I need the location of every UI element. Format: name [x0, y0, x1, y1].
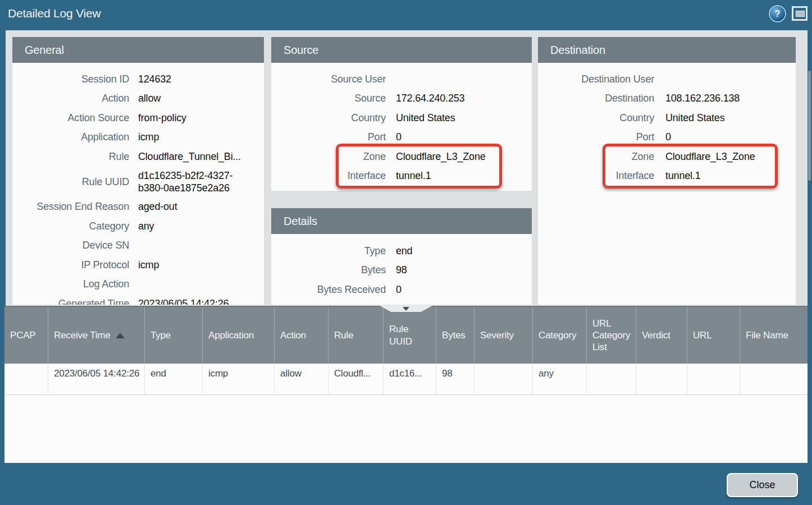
field-label: IP Protocol — [12, 259, 129, 271]
field-source-user: Source User — [271, 70, 532, 89]
field-value: end — [396, 245, 412, 257]
column-header-action[interactable]: Action — [274, 307, 328, 364]
field-label: Rule — [12, 151, 129, 163]
column-label: File Name — [746, 329, 788, 341]
field-value: icmp — [138, 259, 159, 271]
dialog-titlebar: Detailed Log View ? — [0, 0, 812, 27]
field-action-source: Action Sourcefrom-policy — [12, 108, 264, 128]
titlebar-icons: ? — [770, 0, 808, 27]
column-header-type[interactable]: Type — [144, 307, 202, 364]
field-label: Interface — [271, 170, 386, 182]
field-label: Rule UUID — [12, 176, 129, 188]
field-label: Port — [271, 131, 386, 143]
field-port: Port0 — [538, 128, 796, 148]
scrollbar-thumb[interactable] — [808, 71, 811, 181]
field-source: Source172.64.240.253 — [271, 89, 532, 109]
vertical-scrollbar[interactable] — [803, 63, 812, 336]
column-label: URL — [693, 329, 711, 341]
column-header-bytes[interactable]: Bytes — [436, 307, 474, 364]
field-destination-user: Destination User — [538, 70, 796, 89]
field-country: CountryUnited States — [538, 108, 796, 128]
cell-receive-time: 2023/06/05 14:42:26 — [48, 364, 144, 394]
field-label: Source — [271, 93, 386, 104]
field-country: CountryUnited States — [271, 108, 532, 128]
help-icon[interactable]: ? — [770, 6, 785, 21]
field-value: 98 — [396, 264, 407, 276]
field-label: Zone — [271, 151, 386, 163]
cell-rule-uuid: d1c16... — [383, 364, 436, 394]
column-header-category[interactable]: Category — [532, 307, 586, 364]
maximize-icon[interactable] — [792, 6, 808, 21]
column-header-rule-uuid[interactable]: Rule UUID — [383, 307, 436, 364]
field-label: Device SN — [12, 240, 129, 251]
field-label: Generated Time — [12, 298, 129, 305]
field-value: 0 — [396, 284, 402, 296]
sort-ascending-icon — [116, 333, 125, 338]
field-label: Category — [12, 221, 129, 232]
field-value: Cloudflare_Tunnel_Bi... — [138, 151, 241, 163]
destination-panel: Destination Destination User Destination… — [538, 37, 796, 305]
column-label: Rule — [334, 329, 353, 341]
field-value: any — [138, 221, 154, 232]
field-value: 0 — [396, 131, 402, 143]
column-label: Action — [280, 329, 306, 341]
field-type: Typeend — [271, 241, 532, 261]
column-header-url[interactable]: URL — [687, 307, 740, 364]
column-header-file-name[interactable]: File Name — [740, 307, 808, 364]
cell-severity — [474, 364, 532, 394]
field-category: Categoryany — [12, 217, 264, 236]
field-value: 172.64.240.253 — [396, 93, 464, 104]
field-value: 0 — [665, 131, 671, 143]
field-interface: Interfacetunnel.1 — [538, 167, 796, 186]
cell-pcap — [4, 364, 48, 394]
column-header-rule[interactable]: Rule — [328, 307, 383, 364]
column-header-receive-time[interactable]: Receive Time — [48, 307, 144, 364]
field-label: Destination — [538, 93, 654, 104]
column-header-url-category-list[interactable]: URL Category List — [586, 307, 636, 364]
field-label: Action Source — [12, 112, 129, 124]
field-rule-uuid: Rule UUIDd1c16235-b2f2-4327-b380-0ae1875… — [12, 167, 264, 198]
cell-application: icmp — [202, 364, 274, 394]
field-label: Session ID — [12, 74, 129, 85]
field-log-action: Log Action — [12, 275, 264, 295]
cell-file-name — [740, 364, 808, 394]
column-header-verdict[interactable]: Verdict — [636, 307, 687, 364]
field-value: United States — [665, 112, 724, 124]
general-panel: General Session ID124632 Actionallow Act… — [12, 37, 264, 305]
column-label: Category — [539, 329, 576, 341]
destination-panel-header: Destination — [538, 37, 796, 63]
log-table-row[interactable]: 2023/06/05 14:42:26 end icmp allow Cloud… — [4, 364, 808, 395]
field-value: 108.162.236.138 — [665, 93, 740, 104]
cell-url-category-list — [586, 364, 636, 394]
field-value: 2023/06/05 14:42:26 — [138, 298, 229, 305]
field-destination: Destination108.162.236.138 — [538, 89, 796, 109]
field-label: Bytes — [271, 264, 386, 276]
field-label: Country — [271, 112, 386, 124]
field-generated-time: Generated Time2023/06/05 14:42:26 — [12, 294, 264, 305]
field-application: Applicationicmp — [12, 128, 264, 148]
field-session-id: Session ID124632 — [12, 70, 264, 89]
field-session-end-reason: Session End Reasonaged-out — [12, 198, 264, 217]
cell-type: end — [144, 364, 202, 394]
column-header-severity[interactable]: Severity — [474, 307, 532, 364]
column-label: Type — [150, 329, 171, 341]
column-header-application[interactable]: Application — [202, 307, 274, 364]
field-port: Port0 — [271, 128, 532, 148]
close-button[interactable]: Close — [727, 473, 798, 497]
field-label: Action — [12, 93, 129, 104]
field-label: Destination User — [538, 74, 654, 85]
cell-action: allow — [274, 364, 328, 394]
field-value: allow — [138, 93, 161, 104]
field-value: Cloudflare_L3_Zone — [396, 151, 486, 163]
dialog-title: Detailed Log View — [8, 0, 101, 27]
column-label: Severity — [480, 329, 514, 341]
column-label: Application — [208, 329, 254, 341]
general-panel-header: General — [12, 37, 264, 63]
field-value: icmp — [138, 131, 159, 143]
field-ip-protocol: IP Protocolicmp — [12, 255, 264, 275]
column-label: Rule UUID — [389, 323, 431, 347]
column-header-pcap[interactable]: PCAP — [4, 307, 48, 364]
source-panel: Source Source User Source172.64.240.253 … — [271, 37, 532, 191]
field-label: Country — [538, 112, 654, 124]
field-label: Session End Reason — [12, 201, 129, 213]
